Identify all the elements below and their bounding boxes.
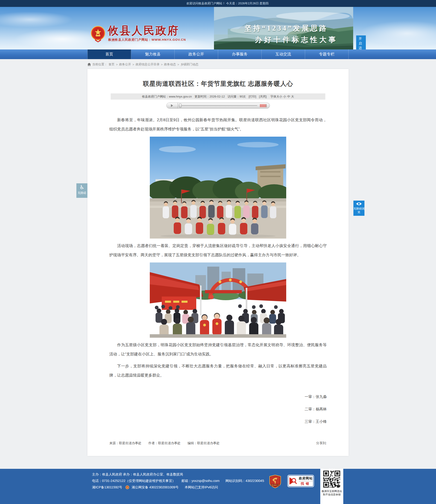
article-body: 新春将至，年味渐浓。2月8日至9日，攸州公园新春年货节热闹开集。联星街道联西社区… — [87, 108, 349, 380]
elder-mode-button[interactable]: 开启适老模式 — [356, 36, 366, 49]
nav-item-home[interactable]: 首页 — [87, 49, 131, 59]
cloud-decoration — [0, 11, 74, 27]
breadcrumb-link-catalog[interactable]: 政府信息公开目录 — [136, 62, 159, 66]
meta-visits: 访问量：90次 — [227, 95, 246, 99]
review-first: 一审：张九淼 — [109, 391, 327, 403]
cloud-decoration — [359, 21, 436, 46]
audio-progress-thumb[interactable] — [179, 104, 182, 108]
national-emblem-logo — [91, 25, 106, 42]
meta-updated: 更新时间：2026-02-12 — [195, 95, 225, 99]
site-title: 攸县人民政府 — [108, 23, 180, 38]
play-icon — [171, 104, 173, 107]
topbar: 欢迎访问攸县政府门户网站！ 今天是：2026年2月26日 星期四 — [0, 0, 436, 7]
audio-player — [166, 103, 270, 108]
article-author: 作者：联星街道办事处 — [148, 441, 181, 445]
find-error-line1: 政府网站 — [299, 477, 313, 481]
audio-progress-track[interactable] — [179, 103, 257, 108]
print-button[interactable]: [打印] — [248, 95, 256, 99]
breadcrumb-prefix: 当前位置： — [92, 62, 107, 66]
review-signatures: 一审：张九淼 二审：杨再林 三审：王小锋 — [87, 383, 349, 428]
fontsize-large-button[interactable]: 大 — [291, 95, 294, 98]
footer: 主办：攸县人民政府 承办：攸县人民政府办公室、攸县数据局 电话：0731-242… — [0, 469, 436, 504]
article-meta-bar: 攸县政府门户网站：www.hnyx.gov.cn 更新时间：2026-02-12… — [111, 93, 325, 99]
qr-caption: 株洲市互联网违法 和不良信息举报 — [320, 489, 343, 496]
review-second: 二审：杨再林 — [109, 403, 327, 415]
paragraph: 作为五星级小区党支部，明珠花园小区党支部始终坚持党建引领基层治理，常态化开展文明… — [109, 341, 327, 359]
fontsize-controls: 字体大小小中大 — [269, 95, 294, 99]
meta-site: 攸县政府门户网站：www.hnyx.gov.cn — [142, 95, 192, 99]
share-label: 分享到: — [316, 441, 327, 445]
fontsize-medium-button[interactable]: 中 — [287, 95, 290, 98]
police-badge-icon — [125, 485, 129, 489]
breadcrumb-link-home[interactable]: 首页 — [109, 62, 115, 66]
article-source: 来源：联星街道办事处 — [109, 441, 142, 445]
paragraph: 新春将至，年味渐浓。2月8日至9日，攸州公园新春年货节热闹开集。联星街道联西社区… — [109, 116, 327, 134]
nav-item-charm[interactable]: 魅力攸县 — [131, 49, 175, 59]
article-photo-group — [150, 137, 286, 239]
article-title: 联星街道联西社区：年货节里党旗红 志愿服务暖人心 — [87, 69, 349, 88]
article-editor: 编辑：联星街道办事处 — [188, 441, 220, 445]
accessibility-widget-left[interactable]: ♿ 无障碍 — [76, 183, 87, 198]
home-icon — [87, 63, 91, 66]
photo-wrap — [109, 262, 327, 338]
footer-police-link[interactable]: 湘公网安备 43022302001009号 — [132, 485, 179, 489]
breadcrumb-link-gov-news[interactable]: 政务动态 — [164, 62, 176, 66]
footer-line-contact: 电话：0731-24252122（仅受理网站建设维护相关事宜） 邮箱：yxxzs… — [92, 477, 264, 484]
report-qr-panel[interactable]: 株洲市互联网违法 和不良信息举报 — [320, 469, 343, 504]
photo-wrap — [109, 137, 327, 239]
qr-code — [323, 471, 340, 488]
breadcrumb-current: 乡镇部门动态 — [180, 62, 198, 66]
banner-slogan-line2: 办好十件标志性大事 — [255, 35, 338, 45]
party-gov-shield-badge[interactable]: 党政机关 — [269, 475, 281, 488]
nav-item-services[interactable]: 办事服务 — [218, 49, 262, 59]
track-line — [179, 105, 257, 106]
footer-phone: 电话：0731-24252122（仅受理网站建设维护相关事宜） — [92, 479, 176, 483]
shield-badge-label: 党政机关 — [271, 484, 279, 486]
page: 欢迎访问攸县政府门户网站！ 今天是：2026年2月26日 星期四 — [0, 0, 436, 504]
volume-level-icon[interactable] — [260, 104, 266, 107]
footer-site-code: 网站识别码：4302230045 — [226, 479, 264, 483]
play-button[interactable] — [167, 103, 178, 108]
nav-item-gov-info[interactable]: 政务公开 — [175, 49, 218, 59]
find-error-magnifier-icon — [288, 476, 298, 486]
footer-email: 邮箱：yxxzsp@sohu.com — [182, 479, 219, 483]
review-third: 三审：王小锋 — [109, 415, 327, 428]
nav-item-topics[interactable]: 专题专栏 — [305, 49, 349, 59]
nav-item-interaction[interactable]: 互动交流 — [262, 49, 305, 59]
paragraph: 下一步，支部将持续深化党建引领，不断壮大志愿服务力量，把服务做在经常、融入日常，… — [109, 362, 327, 380]
source-row: 来源：联星街道办事处 作者：联星街道办事处 编辑：联星街道办事处 分享到: — [87, 428, 349, 445]
footer-ipv6: 本网站已支持IPv6访问 — [184, 485, 218, 489]
fontsize-small-button[interactable]: 小 — [283, 95, 286, 98]
article-photo-market — [150, 262, 286, 338]
wheelchair-icon: ♿ — [76, 183, 87, 191]
main-navigation: 首页 魅力攸县 政务公开 办事服务 互动交流 专题专栏 — [0, 49, 436, 59]
breadcrumb-link-gov-info[interactable]: 政务公开 — [119, 62, 131, 66]
close-button[interactable]: [关闭] — [259, 95, 267, 99]
banner-slogan-line1: 坚持“1234”发展思路 — [244, 23, 328, 33]
accessibility-browse-widget-right[interactable]: 无障碍浏览 — [354, 201, 364, 216]
footer-line-organizer: 主办：攸县人民政府 承办：攸县人民政府办公室、攸县数据局 — [92, 471, 264, 477]
footer-line-legal: 湘ICP备13011592号 湘公网安备 43022302001009号 本网站… — [92, 484, 264, 490]
site-subtitle: 株洲攸县人民政府门户网站：WWW.HNYX.GOV.CN — [108, 38, 186, 42]
eye-icon — [356, 202, 362, 206]
footer-text: 主办：攸县人民政府 承办：攸县人民政府办公室、攸县数据局 电话：0731-242… — [92, 471, 264, 490]
article-card: 联星街道联西社区：年货节里党旗红 志愿服务暖人心 攸县政府门户网站：www.hn… — [87, 69, 349, 456]
paragraph: 活动现场，志愿者们统一着装、定岗定责，穿梭于人流密集区做好疏导引导，主动帮扶老人… — [109, 241, 327, 260]
header-banner: 攸县人民政府 株洲攸县人民政府门户网站：WWW.HNYX.GOV.CN 坚持“1… — [0, 7, 436, 49]
gov-site-find-error-badge[interactable]: 政府网站 找错 — [288, 475, 314, 487]
fontsize-label: 字体大小 — [270, 95, 282, 98]
find-error-line2: 找错 — [299, 482, 313, 486]
breadcrumb: 当前位置： 首页 > 政务公开 > 政府信息公开目录 > 政务动态 > 乡镇部门… — [0, 59, 436, 69]
welcome-text: 欢迎访问攸县政府门户网站！ 今天是：2026年2月26日 星期四 — [186, 2, 269, 5]
footer-icp-link[interactable]: 湘ICP备13011592号 — [92, 485, 122, 489]
